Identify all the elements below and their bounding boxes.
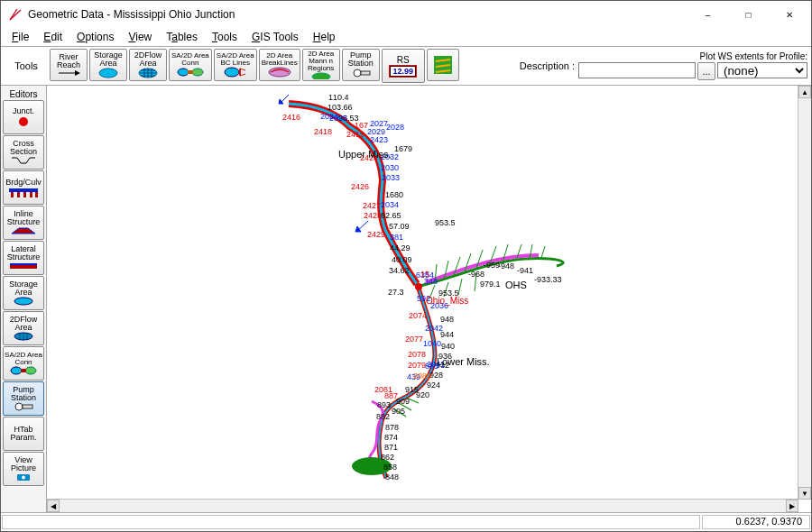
menu-tables[interactable]: Tables — [159, 29, 205, 45]
svg-line-49 — [458, 279, 462, 295]
station-label: 909 — [396, 398, 410, 406]
svg-point-18 — [19, 117, 28, 126]
structure-label: 2429 — [367, 231, 385, 239]
structure-label: 2074 — [409, 312, 427, 320]
vertical-scrollbar[interactable]: ▲ ▼ — [798, 86, 811, 500]
svg-point-7 — [192, 69, 203, 76]
description-input[interactable] — [578, 62, 696, 78]
view-picture-editor-button[interactable]: View Picture — [3, 452, 44, 486]
svg-marker-3 — [75, 70, 80, 76]
station-label: 1680 — [385, 191, 403, 199]
xs-label: 2423 — [370, 136, 388, 144]
xs-label: 2025 — [329, 115, 347, 123]
river-reach-button[interactable]: River Reach — [50, 49, 88, 81]
profile-label: Plot WS extents for Profile: — [700, 51, 808, 61]
svg-point-9 — [225, 68, 239, 77]
sa2d-conn-editor-button[interactable]: SA/2D Area Conn — [3, 346, 44, 381]
station-label: 940 — [441, 343, 455, 351]
sa2d-conn-button[interactable]: SA/2D Area Conn — [169, 49, 212, 81]
map-canvas[interactable]: 110.4103.6698.531679168062.6557.09953.54… — [47, 86, 798, 500]
structure-label: 2080 — [413, 372, 431, 381]
station-label: 893 — [377, 401, 391, 409]
structure-label: 2428 — [364, 212, 382, 220]
htab-param-editor-button[interactable]: HTab Param. — [3, 417, 44, 451]
body-area: Editors Junct. Cross Section Brdg/Culv I… — [1, 86, 811, 512]
editor-label: Pump Station — [11, 386, 36, 402]
menu-gistools[interactable]: GIS Tools — [245, 29, 306, 45]
app-icon — [8, 7, 23, 22]
bridge-culvert-editor-button[interactable]: Brdg/Culv — [3, 170, 44, 205]
flow-area-2d-editor-button[interactable]: 2DFlow Area — [3, 311, 44, 345]
svg-marker-25 — [12, 228, 35, 234]
svg-point-36 — [22, 476, 25, 480]
description-browse-button[interactable]: ... — [697, 62, 715, 80]
reach-label-ohs: OHS — [505, 280, 527, 290]
description-label: Description : — [520, 60, 575, 71]
sa2d-bc-button[interactable]: SA/2D Area BC Lines — [214, 49, 257, 81]
mannin-2d-button[interactable]: 2D Area Mann n Regions — [302, 49, 340, 81]
menu-edit[interactable]: Edit — [36, 29, 69, 45]
structure-label: 887 — [384, 392, 398, 400]
menu-view[interactable]: View — [121, 29, 159, 45]
flow-area-2d-button[interactable]: 2DFlow Area — [129, 49, 167, 81]
background-map-button[interactable] — [427, 49, 459, 81]
svg-point-30 — [11, 367, 22, 374]
tool-label: Pump Station — [348, 51, 374, 68]
scroll-h-track[interactable] — [60, 500, 786, 512]
station-label: 924 — [427, 381, 440, 390]
junction-editor-button[interactable]: Junct. — [3, 100, 44, 134]
menu-options[interactable]: Options — [69, 29, 121, 45]
geometric-data-window: Geometric Data - Mississippi Ohio Juncti… — [0, 0, 812, 532]
storage-area-editor-button[interactable]: Storage Area — [3, 276, 44, 310]
profile-select[interactable]: (none) — [717, 62, 807, 78]
cross-section-editor-button[interactable]: Cross Section — [3, 135, 44, 170]
editor-label: View Picture — [11, 456, 36, 472]
scroll-down-button[interactable]: ▼ — [798, 487, 811, 500]
station-label: 979.1 — [480, 280, 501, 289]
maximize-button[interactable]: □ — [728, 1, 769, 28]
window-controls: – □ ✕ — [687, 1, 809, 28]
station-label: 928 — [429, 371, 443, 380]
close-button[interactable]: ✕ — [769, 1, 809, 28]
tool-label: 2D Area Mann n Regions — [308, 50, 334, 72]
svg-line-12 — [240, 74, 245, 76]
inline-structure-editor-button[interactable]: Inline Structure — [3, 206, 44, 240]
editors-label: Editors — [9, 87, 37, 99]
breaklines-2d-button[interactable]: 2D Area BreakLines — [259, 49, 300, 81]
minimize-button[interactable]: – — [687, 1, 728, 28]
menu-file[interactable]: File — [5, 29, 36, 45]
menu-help[interactable]: Help — [306, 29, 343, 45]
camera-icon — [16, 472, 31, 482]
pump-station-button[interactable]: Pump Station — [342, 49, 380, 81]
horizontal-scrollbar[interactable]: ◀ ▶ — [47, 499, 798, 512]
status-left — [2, 515, 700, 529]
rs-button[interactable]: RS 12.99 — [382, 49, 425, 83]
river-schematic — [47, 86, 796, 493]
rs-value: 12.99 — [390, 66, 416, 77]
top-toolbar: Tools River Reach Storage Area 2DFlow Ar… — [1, 46, 811, 86]
menu-tools[interactable]: Tools — [205, 29, 245, 45]
storage-area-icon — [97, 68, 119, 78]
junction-icon — [17, 115, 30, 128]
editor-label: Inline Structure — [7, 210, 41, 226]
reach-label-lower: Lower Miss. — [437, 356, 490, 367]
pump-station-editor-button[interactable]: Pump Station — [3, 381, 44, 416]
storage-area-button[interactable]: Storage Area — [89, 49, 127, 81]
xs-label: 2042 — [425, 325, 443, 333]
svg-point-5 — [139, 69, 157, 78]
editor-label: Junct. — [13, 107, 34, 115]
sa2d-conn-icon — [10, 366, 37, 375]
tool-label: River Reach — [57, 53, 80, 69]
scroll-right-button[interactable]: ▶ — [786, 500, 798, 512]
pump-icon — [13, 402, 34, 411]
map-canvas-wrap: 110.4103.6698.531679168062.6557.09953.54… — [47, 86, 811, 512]
station-label: 44.29 — [390, 244, 411, 252]
lateral-structure-editor-button[interactable]: Lateral Structure — [3, 241, 44, 275]
scroll-v-track[interactable] — [798, 98, 811, 487]
river-reach-icon — [57, 69, 80, 77]
scroll-left-button[interactable]: ◀ — [47, 500, 60, 512]
structure-label: 2427 — [363, 202, 381, 210]
sa2d-conn-icon — [177, 67, 204, 78]
scroll-up-button[interactable]: ▲ — [798, 86, 811, 98]
svg-point-15 — [354, 69, 361, 77]
